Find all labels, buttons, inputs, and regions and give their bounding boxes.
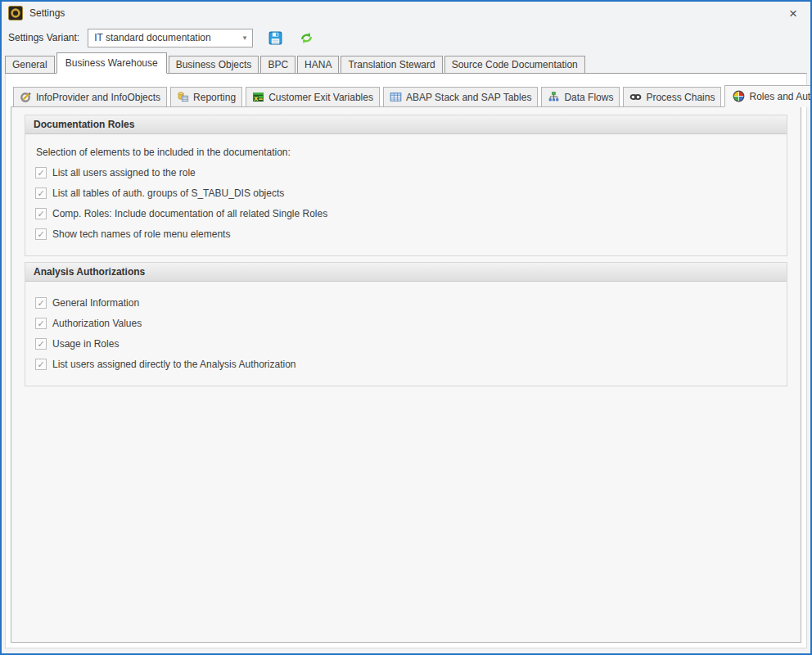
section-intro: Selection of elements to be included in …: [36, 147, 777, 158]
checkbox-label: List users assigned directly to the Anal…: [52, 359, 296, 370]
tab-label: General: [12, 59, 47, 70]
subtab-label: Roles and Authorizations: [749, 91, 812, 102]
checkbox-row: ✓List all users assigned to the role: [35, 167, 777, 178]
checkbox-authorization-values[interactable]: ✓: [35, 318, 47, 329]
subtab-data-flows[interactable]: Data Flows: [541, 87, 620, 107]
checkbox-list-users-assigned-directly-to-the-analysis-authorization[interactable]: ✓: [35, 359, 47, 370]
checkmark-icon: ✓: [37, 339, 44, 349]
subtab-infoprovider-and-infoobjects[interactable]: InfoProvider and InfoObjects: [13, 87, 167, 107]
tab-label: Source Code Documentation: [452, 59, 578, 70]
settings-window: Settings × Settings Variant: IT standard…: [0, 0, 812, 655]
tab-hana[interactable]: HANA: [297, 56, 339, 74]
checkbox-row: ✓Authorization Values: [35, 318, 777, 329]
tab-source-code-documentation[interactable]: Source Code Documentation: [444, 56, 585, 74]
checkbox-usage-in-roles[interactable]: ✓: [35, 338, 47, 350]
section-documentation-roles: Documentation RolesSelection of elements…: [25, 115, 787, 256]
window-title: Settings: [29, 7, 65, 19]
checkmark-icon: ✓: [37, 318, 44, 328]
tab-translation-steward[interactable]: Translation Steward: [341, 56, 442, 74]
checkbox-label: Show tech names of role menu elements: [52, 228, 230, 240]
sections-container: Documentation RolesSelection of elements…: [11, 115, 801, 386]
checkbox-list-all-tables-of-auth-groups-of-s-tabu-dis-objects[interactable]: ✓: [35, 187, 47, 199]
checkbox-row: ✓Show tech names of role menu elements: [35, 228, 777, 240]
checkmark-icon: ✓: [37, 188, 44, 198]
settings-variant-value: IT standard documentation: [94, 32, 237, 43]
checkbox-row: ✓List all tables of auth. groups of S_TA…: [35, 187, 777, 199]
report-database-icon: [177, 91, 189, 103]
checkbox-row: ✓General Information: [35, 297, 777, 309]
checkmark-icon: ✓: [37, 229, 44, 239]
checkbox-label: List all users assigned to the role: [52, 167, 196, 178]
checkmark-icon: ✓: [37, 209, 44, 219]
tab-business-objects[interactable]: Business Objects: [169, 56, 259, 74]
subtab-abap-stack-and-sap-tables[interactable]: ABAP Stack and SAP Tables: [383, 87, 538, 107]
tab-label: Translation Steward: [348, 59, 435, 70]
section-body: ✓General Information✓Authorization Value…: [25, 282, 787, 386]
subtab-label: InfoProvider and InfoObjects: [36, 92, 160, 103]
checkbox-comp-roles-include-documentation-of-all-related-single-roles[interactable]: ✓: [35, 208, 47, 219]
subtab-process-chains[interactable]: Process Chains: [623, 87, 721, 107]
tab-label: Business Objects: [176, 59, 252, 70]
title-bar: Settings ×: [2, 2, 810, 25]
checkbox-label: List all tables of auth. groups of S_TAB…: [52, 187, 284, 199]
save-icon[interactable]: [266, 29, 284, 47]
checkbox-row: ✓Comp. Roles: Include documentation of a…: [35, 208, 777, 219]
subtab-label: Data Flows: [564, 92, 613, 103]
app-icon: [8, 6, 23, 20]
subtab-reporting[interactable]: Reporting: [170, 87, 242, 107]
variant-bar: Settings Variant: IT standard documentat…: [2, 25, 810, 52]
svg-text:X=: X=: [254, 96, 263, 102]
checkbox-row: ✓Usage in Roles: [35, 338, 777, 350]
checkbox-label: Comp. Roles: Include documentation of al…: [52, 208, 327, 219]
roles-and-authorizations-panel: Documentation RolesSelection of elements…: [11, 106, 801, 643]
section-body: Selection of elements to be included in …: [25, 134, 787, 255]
settings-variant-label: Settings Variant:: [8, 32, 79, 43]
checkbox-show-tech-names-of-role-menu-elements[interactable]: ✓: [35, 228, 47, 240]
refresh-icon[interactable]: [297, 29, 315, 47]
checkbox-label: Usage in Roles: [52, 338, 119, 350]
subtab-label: ABAP Stack and SAP Tables: [406, 92, 531, 103]
checkmark-icon: ✓: [37, 168, 44, 178]
subtab-label: Customer Exit Variables: [268, 92, 373, 103]
sub-tab-bar: InfoProvider and InfoObjects Reporting X…: [13, 85, 806, 106]
tab-business-warehouse[interactable]: Business Warehouse: [56, 52, 167, 74]
section-title: Documentation Roles: [25, 115, 787, 134]
business-warehouse-panel: InfoProvider and InfoObjects Reporting X…: [5, 73, 807, 648]
section-title: Analysis Authorizations: [25, 263, 787, 282]
tab-general[interactable]: General: [5, 56, 55, 74]
hierarchy-icon: [548, 91, 560, 103]
checkbox-row: ✓List users assigned directly to the Ana…: [35, 359, 777, 370]
checkbox-label: General Information: [52, 297, 139, 309]
settings-variant-dropdown[interactable]: IT standard documentation ▾: [88, 29, 253, 47]
variables-table-icon: X=: [252, 91, 264, 103]
close-icon[interactable]: ×: [786, 5, 801, 22]
checkbox-general-information[interactable]: ✓: [35, 297, 47, 309]
subtab-label: Process Chains: [646, 92, 715, 103]
checkmark-icon: ✓: [37, 359, 44, 369]
subtab-label: Reporting: [193, 92, 236, 103]
table-grid-icon: [390, 91, 402, 103]
dropdown-arrow-icon: ▾: [243, 34, 247, 42]
checkbox-list-all-users-assigned-to-the-role[interactable]: ✓: [35, 167, 47, 178]
subtab-roles-and-authorizations[interactable]: Roles and Authorizations: [724, 85, 812, 107]
tab-bpc[interactable]: BPC: [260, 56, 295, 74]
tab-label: Business Warehouse: [65, 57, 158, 69]
target-pencil-icon: [20, 91, 32, 103]
tab-label: BPC: [268, 59, 288, 70]
subtab-customer-exit-variables[interactable]: X= Customer Exit Variables: [246, 87, 380, 107]
main-tab-bar: GeneralBusiness WarehouseBusiness Object…: [2, 52, 810, 73]
color-pie-icon: [733, 90, 745, 102]
chain-links-icon: [629, 91, 642, 103]
checkbox-label: Authorization Values: [52, 318, 142, 329]
tab-label: HANA: [304, 59, 332, 70]
section-analysis-authorizations: Analysis Authorizations✓General Informat…: [25, 262, 787, 386]
checkmark-icon: ✓: [37, 298, 44, 308]
